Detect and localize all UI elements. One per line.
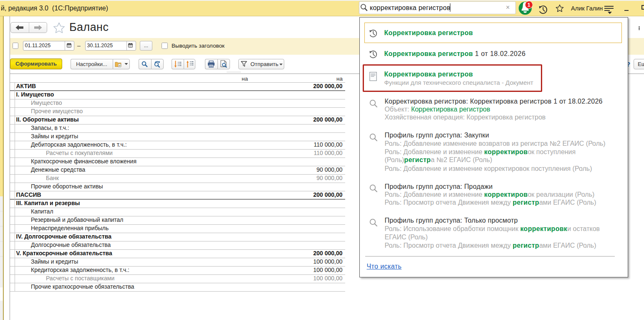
svg-text:1: 1 [528,2,530,8]
